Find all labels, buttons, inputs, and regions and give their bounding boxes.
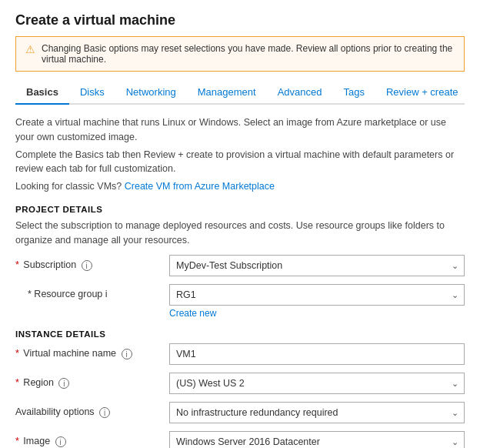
resource-group-required: * <box>28 289 32 299</box>
availability-label: Availability options i <box>15 402 169 418</box>
image-label: * Image i <box>15 431 169 447</box>
subscription-required: * <box>15 259 19 270</box>
resource-group-row: * Resource group i RG1 ⌄ Create new <box>15 284 465 319</box>
tab-basics[interactable]: Basics <box>15 81 69 105</box>
resource-group-info-icon[interactable]: i <box>105 289 108 299</box>
image-info-icon[interactable]: i <box>55 436 66 447</box>
image-row: * Image i Windows Server 2016 Datacenter… <box>15 431 465 448</box>
warning-icon: ⚠ <box>25 43 35 55</box>
description-line2: Complete the Basics tab then Review + cr… <box>15 148 465 177</box>
availability-select-wrapper: No infrastructure redundancy required ⌄ <box>169 402 465 423</box>
instance-details-section-title: INSTANCE DETAILS <box>15 329 465 339</box>
image-required: * <box>15 436 19 446</box>
vm-name-info-icon[interactable]: i <box>122 349 132 359</box>
availability-select[interactable]: No infrastructure redundancy required <box>169 402 465 423</box>
availability-control: No infrastructure redundancy required ⌄ <box>169 402 465 423</box>
resource-group-control: RG1 ⌄ Create new <box>169 284 465 319</box>
project-details-desc: Select the subscription to manage deploy… <box>15 219 465 248</box>
vm-name-input[interactable] <box>169 343 465 365</box>
vm-name-control <box>169 343 465 365</box>
subscription-row: * Subscription i MyDev-Test Subscription… <box>15 255 465 276</box>
region-info-icon[interactable]: i <box>58 378 69 389</box>
description-line1: Create a virtual machine that runs Linux… <box>15 115 465 145</box>
vm-name-label: * Virtual machine name i <box>15 343 169 359</box>
resource-group-label: * Resource group i <box>15 284 169 299</box>
availability-row: Availability options i No infrastructure… <box>15 402 465 423</box>
region-row: * Region i (US) West US 2 ⌄ <box>15 373 465 394</box>
availability-info-icon[interactable]: i <box>99 407 110 418</box>
create-new-resource-group-link[interactable]: Create new <box>169 308 465 319</box>
resource-group-select-wrapper: RG1 ⌄ <box>169 284 465 306</box>
region-control: (US) West US 2 ⌄ <box>169 373 465 394</box>
subscription-info-icon[interactable]: i <box>82 260 92 271</box>
tab-advanced[interactable]: Advanced <box>267 81 333 105</box>
tab-management[interactable]: Management <box>187 81 267 105</box>
tab-review-create[interactable]: Review + create <box>375 81 469 105</box>
resource-group-select[interactable]: RG1 <box>169 284 465 306</box>
region-select[interactable]: (US) West US 2 <box>169 373 465 394</box>
tabs-container: Basics Disks Networking Management Advan… <box>15 81 465 105</box>
vm-name-row: * Virtual machine name i <box>15 343 465 365</box>
region-required: * <box>15 377 19 388</box>
classic-vms-text: Looking for classic VMs? Create VM from … <box>15 179 465 194</box>
warning-text: Changing Basic options may reset selecti… <box>42 43 455 65</box>
tab-disks[interactable]: Disks <box>69 81 115 105</box>
subscription-select-wrapper: MyDev-Test Subscription ⌄ <box>169 255 465 276</box>
subscription-label: * Subscription i <box>15 255 169 271</box>
warning-banner: ⚠ Changing Basic options may reset selec… <box>15 36 465 72</box>
project-details-section-title: PROJECT DETAILS <box>15 205 465 214</box>
image-select[interactable]: Windows Server 2016 Datacenter <box>169 431 465 448</box>
subscription-select[interactable]: MyDev-Test Subscription <box>169 255 465 276</box>
page-title: Create a virtual machine <box>15 12 465 28</box>
region-select-wrapper: (US) West US 2 ⌄ <box>169 373 465 394</box>
vm-name-required: * <box>15 348 19 359</box>
tab-tags[interactable]: Tags <box>332 81 375 105</box>
region-label: * Region i <box>15 373 169 389</box>
image-select-wrapper: Windows Server 2016 Datacenter ⌄ <box>169 431 465 448</box>
subscription-control: MyDev-Test Subscription ⌄ <box>169 255 465 276</box>
create-vm-marketplace-link[interactable]: Create VM from Azure Marketplace <box>125 181 275 192</box>
tab-networking[interactable]: Networking <box>115 81 187 105</box>
image-control: Windows Server 2016 Datacenter ⌄ Browse … <box>169 431 465 448</box>
